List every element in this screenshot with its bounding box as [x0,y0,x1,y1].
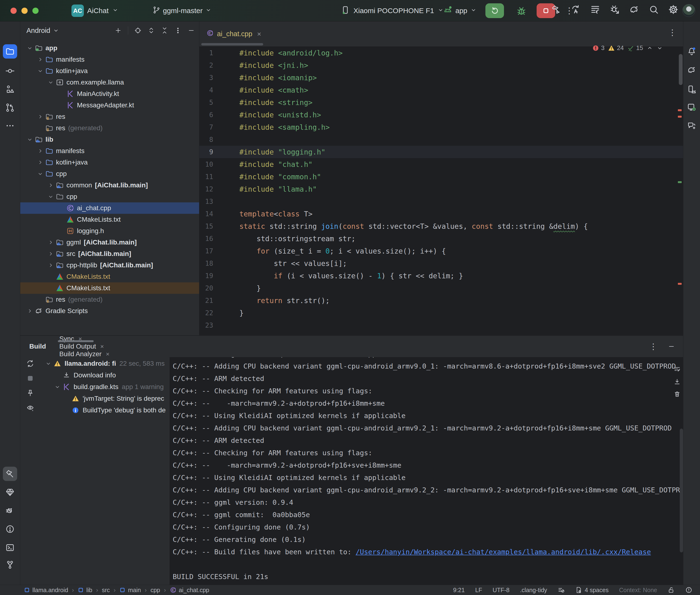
run-configuration-selector[interactable]: app [443,4,477,17]
error-stripe-mark[interactable] [678,283,682,285]
build-console[interactable]: C/C++: -- Using KleidiAI optimized kerne… [170,357,683,585]
build-tab-build-output[interactable]: Build Output× [59,343,110,350]
user-avatar[interactable] [682,4,695,17]
rerun-sync-icon[interactable] [26,360,34,368]
pin-icon[interactable] [26,389,34,397]
build-tab-sync[interactable]: Sync× [59,335,110,343]
tree-item-gradle-scripts[interactable]: Gradle Scripts [20,305,199,317]
formatter-off-icon[interactable] [558,587,565,594]
error-stripe-mark[interactable] [678,109,682,111]
expand-all-icon[interactable] [148,27,155,34]
tree-item-kotlin-java[interactable]: kotlin+java [20,157,199,168]
close-window-button[interactable] [10,8,17,14]
tool-strip-app-insights-diamond-icon[interactable] [3,485,17,500]
editor-options-kebab[interactable]: ⋮ [668,28,676,37]
chevron-right-icon[interactable] [36,159,45,166]
tree-item-com-example-llama[interactable]: com.example.llama [20,77,199,88]
chevron-right-icon[interactable] [47,262,55,268]
chevron-down-icon[interactable] [36,170,45,177]
chevron-down-icon[interactable] [47,79,55,86]
editor-scrollbar-thumb[interactable] [679,54,682,85]
tree-item-res[interactable]: res(generated) [20,122,199,134]
tree-item-cpp-httplib[interactable]: cpp-httplib[AiChat.lib.main] [20,259,199,271]
hide-panel-icon[interactable] [668,343,675,350]
minimize-window-button[interactable] [22,8,28,14]
zoom-window-button[interactable] [32,8,38,14]
tool-strip-pull-requests-icon[interactable] [3,101,17,115]
locate-file-icon[interactable] [134,27,141,34]
project-selector[interactable]: AC AiChat [72,4,119,17]
todo-lines-icon[interactable] [590,4,600,16]
tree-item-lib[interactable]: lib [20,134,199,145]
build-tree-item[interactable]: build.gradle.ktsapp 1 warning [44,381,170,393]
tree-item-ai-chat-cpp[interactable]: ai_chat.cpp [20,202,199,214]
tree-item-logging-h[interactable]: logging.h [20,225,199,237]
tree-item-src[interactable]: src[AiChat.lib.main] [20,248,199,259]
tree-item-cpp[interactable]: cpp [20,191,199,202]
tree-item-messageadapter-kt[interactable]: MessageAdapter.kt [20,100,199,111]
clear-trash-icon[interactable] [674,391,681,398]
device-selector[interactable]: Xiaomi POCOPHONE F1 [341,4,444,17]
code-editor[interactable]: 1#include <android/log.h>2#include <jni.… [199,47,683,332]
breadcrumb-lib[interactable]: lib [78,587,92,594]
new-file-plus-icon[interactable] [115,27,122,34]
breadcrumb-src[interactable]: src [102,587,110,594]
tree-item-kotlin-java[interactable]: kotlin+java [20,65,199,77]
tool-strip-problems-icon[interactable] [3,522,17,536]
change-stripe-mark[interactable] [678,181,682,183]
line-ending[interactable]: LF [475,587,482,594]
encoding[interactable]: UTF-8 [493,587,509,594]
tree-item-cmakelists-txt[interactable]: CMakeLists.txt [20,271,199,282]
search-everywhere-icon[interactable] [648,4,659,16]
tree-item-ggml[interactable]: ggml[AiChat.lib.main] [20,237,199,248]
error-notification-icon[interactable] [685,587,692,594]
tool-strip-build-hammer2-icon[interactable] [3,467,17,481]
tree-item-manifests[interactable]: manifests [20,54,199,65]
tab-scroll-indicator[interactable] [201,43,263,46]
vcs-branch-selector[interactable]: ggml-master [152,4,212,17]
build-hammer-icon[interactable] [551,4,561,16]
collapse-all-icon[interactable] [161,27,168,34]
chevron-right-icon[interactable] [36,56,45,63]
debug-button[interactable] [512,3,531,18]
close-tab-icon[interactable]: × [106,350,109,358]
tool-strip-notifications-bell-icon[interactable] [684,44,699,59]
soft-wrap-icon[interactable] [674,366,681,373]
context-label[interactable]: Context: None [619,587,657,594]
indent-group[interactable]: 4 spaces [575,587,609,594]
next-problem-chevron-icon[interactable] [656,45,663,51]
tool-strip-gemini-chat-icon[interactable] [684,119,699,133]
code-style[interactable]: .clang-tidy [520,587,547,594]
tool-strip-more-horizontal-icon[interactable] [3,119,17,133]
tool-strip-version-control-icon[interactable] [3,558,17,572]
tool-strip-project-folder-icon[interactable] [3,44,17,59]
tree-item-res[interactable]: res [20,111,199,122]
chevron-down-icon[interactable] [26,45,34,51]
close-tab-icon[interactable]: × [100,343,104,350]
tree-item-common[interactable]: common[AiChat.lib.main] [20,179,199,191]
chevron-down-icon[interactable] [26,136,34,143]
tool-strip-terminal-icon[interactable] [3,540,17,555]
tool-strip-logcat-cat-icon[interactable] [3,504,17,518]
chevron-right-icon[interactable] [26,308,34,314]
tree-item-res[interactable]: res(generated) [20,294,199,305]
settings-gear-icon[interactable] [668,4,678,16]
tree-item-mainactivity-kt[interactable]: MainActivity.kt [20,88,199,100]
hide-panel-icon[interactable] [188,27,195,34]
chevron-right-icon[interactable] [47,239,55,246]
sync-retry-icon[interactable] [570,4,581,16]
chevron-down-icon[interactable] [47,193,55,200]
tool-strip-device-manager-icon[interactable] [684,82,699,96]
breadcrumb-main[interactable]: main [119,587,141,594]
breadcrumb-ai-chat-cpp[interactable]: ai_chat.cpp [170,587,209,594]
filter-eye-icon[interactable] [26,404,34,412]
chevron-right-icon[interactable] [36,148,45,154]
editor-tab-ai-chat-cpp[interactable]: ai_chat.cpp × [199,22,268,47]
tool-strip-running-devices-icon[interactable] [684,100,699,114]
build-tab-build-analyzer[interactable]: Build Analyzer× [59,350,110,358]
tool-strip-gradle-elephant-icon[interactable] [684,63,699,77]
tool-strip-commit-icon[interactable] [3,64,17,78]
scroll-to-end-icon[interactable] [674,378,681,385]
chevron-right-icon[interactable] [47,251,55,257]
close-tab-icon[interactable]: × [78,335,82,343]
